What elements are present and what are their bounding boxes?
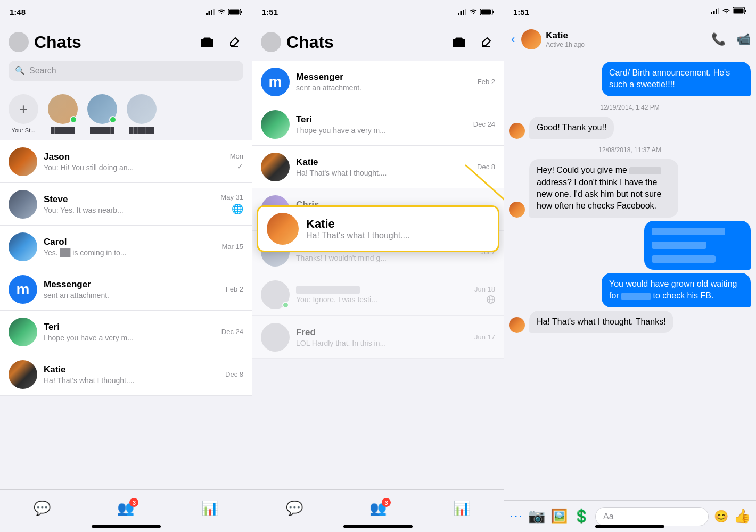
chat-meta-steve: May 31 🌐 xyxy=(220,193,243,215)
msg-bubble-4 xyxy=(644,221,751,270)
tooltip-info: Katie Ha! That's what I thought.... xyxy=(306,217,410,240)
nav-discover-1[interactable]: 📊 xyxy=(201,500,218,517)
tooltip-box: Katie Ha! That's what I thought.... xyxy=(257,205,499,252)
p2-time-unknown: Jun 18 xyxy=(474,285,495,293)
chat-name-katie: Katie xyxy=(44,364,219,375)
detail-contact-avatar xyxy=(521,29,541,49)
chat-item-messenger[interactable]: m Messenger sent an attachment. Feb 2 xyxy=(0,268,252,311)
detail-header-icons: 📞 📹 xyxy=(711,32,751,46)
compose-icon-2[interactable] xyxy=(478,34,495,51)
battery-icon xyxy=(228,9,242,15)
chat-info-carol: Carol Yes. ██ is coming in to... xyxy=(44,237,216,257)
story-add[interactable]: + Your St... xyxy=(9,94,38,134)
chat-time-katie: Dec 8 xyxy=(225,370,243,378)
story-user3[interactable]: ██████ xyxy=(127,94,157,134)
svg-rect-1 xyxy=(209,11,210,15)
svg-rect-24 xyxy=(745,10,747,12)
compose-icon-1[interactable] xyxy=(226,34,243,51)
composer-dollar-icon[interactable]: 💲 xyxy=(573,508,590,525)
p2-chat-fred[interactable]: Fred LOL Hardly that. In this in... Jun … xyxy=(252,316,504,359)
nav-chats-2[interactable]: 💬 xyxy=(286,500,303,517)
profile-avatar-2[interactable] xyxy=(261,32,281,52)
signal-icon-2 xyxy=(458,9,466,15)
p2-avatar-messenger: m xyxy=(261,68,290,96)
page-title-2: Chats xyxy=(286,32,450,52)
video-icon[interactable]: 📹 xyxy=(736,32,751,46)
phone-icon[interactable]: 📞 xyxy=(711,32,726,46)
chat-meta-teri: Dec 24 xyxy=(221,328,243,336)
p2-chat-katie[interactable]: Katie Ha! That's what I thought.... Dec … xyxy=(252,146,504,188)
svg-rect-10 xyxy=(465,9,467,15)
p2-chat-teri[interactable]: Teri I hope you have a very m... Dec 24 xyxy=(252,103,504,146)
panel1: 1:48 Chats 🔍 Search + Your St... xyxy=(0,0,252,532)
status-bar-3: 1:51 xyxy=(504,0,756,23)
msg-timestamp-2: 12/08/2018, 11:37 AM xyxy=(509,146,751,154)
story-user1[interactable]: ██████ xyxy=(48,94,78,134)
msg-row-5: You would have grown old waiting for to … xyxy=(509,273,751,307)
msg-row-3: Hey! Could you give me address? I don't … xyxy=(509,159,751,218)
camera-icon-2[interactable] xyxy=(450,34,467,51)
p2-info-katie: Katie Ha! That's what I thought.... xyxy=(296,157,471,177)
p2-name-katie: Katie xyxy=(296,157,471,168)
composer-emoji-icon[interactable]: 😊 xyxy=(714,510,728,523)
p2-time-katie: Dec 8 xyxy=(477,163,495,171)
camera-icon-1[interactable] xyxy=(199,34,216,51)
chat-avatar-jason xyxy=(9,147,37,176)
chat-item-teri[interactable]: Teri I hope you have a very m... Dec 24 xyxy=(0,311,252,353)
composer-dots-icon[interactable]: ⋯ xyxy=(509,508,523,525)
composer-text-input[interactable]: Aa xyxy=(595,507,709,526)
panel2: 1:51 Chats m Messenger sent a xyxy=(252,0,504,532)
msg-row-6: Ha! That's what I thought. Thanks! xyxy=(509,311,751,333)
chat-time-jason: Mon xyxy=(230,152,243,160)
msg-bubble-1: Card/ Birth announcement. He's such a sw… xyxy=(602,62,751,96)
people-badge-1: 3 xyxy=(129,498,138,507)
home-indicator-1 xyxy=(92,525,161,528)
messages-area: Card/ Birth announcement. He's such a sw… xyxy=(504,55,756,500)
contact-name: Katie xyxy=(546,30,707,41)
story-avatar-user1 xyxy=(48,94,78,124)
chat-item-jason[interactable]: Jason You: Hi! You still doing an... Mon… xyxy=(0,140,252,183)
page-title-1: Chats xyxy=(34,32,199,52)
composer-like-button[interactable]: 👍 xyxy=(734,508,751,525)
profile-avatar-1[interactable] xyxy=(9,32,29,52)
back-button[interactable]: ‹ xyxy=(509,30,517,48)
svg-rect-12 xyxy=(493,11,495,13)
chat-info-messenger: Messenger sent an attachment. xyxy=(44,279,219,300)
svg-rect-22 xyxy=(718,8,720,14)
p2-preview-fred: LOL Hardly that. In this in... xyxy=(296,339,468,347)
chat-info-steve: Steve You: Yes. It was nearb... xyxy=(44,194,214,214)
chat-time-steve: May 31 xyxy=(220,193,243,201)
nav-people-1[interactable]: 👥 3 xyxy=(117,500,134,517)
msg-row-1: Card/ Birth announcement. He's such a sw… xyxy=(509,62,751,96)
nav-discover-2[interactable]: 📊 xyxy=(453,500,470,517)
search-input-wrap-1[interactable]: 🔍 Search xyxy=(9,61,243,81)
p2-info-fred: Fred LOL Hardly that. In this in... xyxy=(296,327,468,347)
p2-preview-teri: I hope you have a very m... xyxy=(296,126,467,135)
chat-avatar-katie xyxy=(9,360,37,389)
p2-avatar-unknown xyxy=(261,280,290,309)
chat-item-katie[interactable]: Katie Ha! That's what I thought.... Dec … xyxy=(0,353,252,396)
search-placeholder-1: Search xyxy=(29,66,56,76)
chat-preview-messenger: sent an attachment. xyxy=(44,291,219,300)
chat-item-carol[interactable]: Carol Yes. ██ is coming in to... Mar 15 xyxy=(0,226,252,268)
nav-people-2[interactable]: 👥 3 xyxy=(369,500,387,517)
svg-rect-20 xyxy=(713,11,715,14)
add-story-button[interactable]: + xyxy=(9,94,38,124)
chat-list-2: m Messenger sent an attachment. Feb 2 Te… xyxy=(252,61,504,489)
nav-chats-1[interactable]: 💬 xyxy=(34,500,51,517)
chat-name-messenger: Messenger xyxy=(44,279,219,290)
contact-status: Active 1h ago xyxy=(546,41,707,48)
p2-chat-messenger[interactable]: m Messenger sent an attachment. Feb 2 xyxy=(252,61,504,103)
composer-placeholder: Aa xyxy=(603,512,614,521)
chat-preview-carol: Yes. ██ is coming in to... xyxy=(44,248,216,257)
p2-preview-katie: Ha! That's what I thought.... xyxy=(296,169,471,177)
globe-icon-unknown xyxy=(487,295,495,304)
msg-avatar-2 xyxy=(509,123,525,139)
composer-photo-icon[interactable]: 🖼️ xyxy=(550,508,568,525)
composer-camera-icon[interactable]: 📷 xyxy=(528,508,545,525)
status-time-3: 1:51 xyxy=(513,7,529,16)
p2-chat-unknown[interactable]: You: Ignore. I was testi... Jun 18 xyxy=(252,273,504,316)
story-label-user1: ██████ xyxy=(51,127,76,134)
story-user2[interactable]: ██████ xyxy=(87,94,117,134)
chat-item-steve[interactable]: Steve You: Yes. It was nearb... May 31 🌐 xyxy=(0,183,252,226)
